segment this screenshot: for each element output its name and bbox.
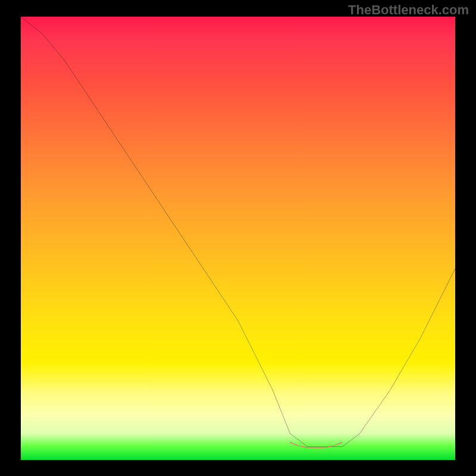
- watermark-text: TheBottleneck.com: [348, 2, 469, 18]
- bottleneck-curve: [21, 17, 455, 447]
- chart-svg: [21, 17, 455, 451]
- chart-plot-area: [21, 17, 455, 460]
